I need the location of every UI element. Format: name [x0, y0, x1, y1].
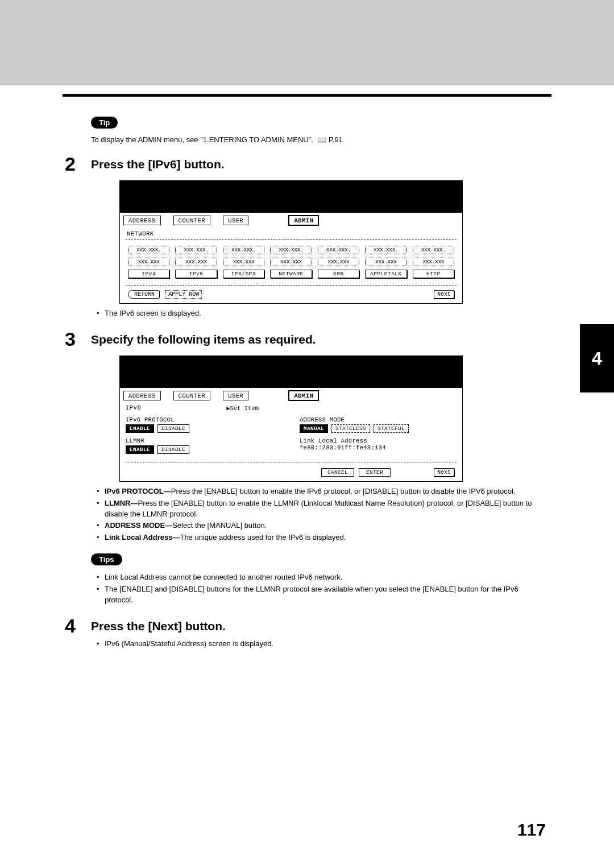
step4-result: IPv6 (Manual/Stateful Address) screen is…	[97, 639, 540, 650]
book-icon: 📖	[317, 135, 326, 144]
label-cell: XXX.XXX	[365, 258, 406, 266]
manual-button[interactable]: MANUAL	[300, 424, 328, 433]
tab-admin[interactable]: ADMIN	[288, 215, 319, 226]
appletalk-button[interactable]: APPLETALK	[365, 270, 406, 278]
llmnr-enable-button[interactable]: ENABLE	[126, 445, 154, 454]
label-cell: XXX.XXX.	[223, 246, 264, 254]
tab-user[interactable]: USER	[223, 216, 248, 225]
screen-network: ADDRESS COUNTER USER ADMIN NETWORK XXX.X…	[119, 180, 463, 304]
label-cell: XXX.XXX.	[365, 246, 406, 254]
label-cell: XXX.XXX.	[318, 246, 359, 254]
label-cell: XXX.XXX	[128, 258, 169, 266]
set-item-label: ▶Set Item	[226, 404, 259, 412]
chapter-tab: 4	[580, 324, 614, 392]
screen-titlebar	[120, 181, 462, 213]
tab-counter[interactable]: COUNTER	[173, 391, 211, 400]
next-button[interactable]: Next	[434, 290, 454, 299]
tip-text: To display the ADMIN menu, see "1.ENTERI…	[91, 135, 540, 144]
tab-address[interactable]: ADDRESS	[123, 216, 161, 225]
apply-now-button[interactable]: APPLY NOW	[165, 290, 202, 299]
llmnr-label: LLMNR	[126, 437, 283, 444]
ipv4-button[interactable]: IPv4	[128, 270, 169, 278]
breadcrumb-network: NETWORK	[127, 230, 457, 237]
screen-ipv6: ADDRESS COUNTER USER ADMIN IPv6 ▶Set Ite…	[119, 356, 463, 482]
section-rule	[63, 94, 551, 97]
netware-button[interactable]: NETWARE	[270, 270, 312, 278]
label-cell: XXX.XXX.	[270, 246, 312, 254]
step2-result: The IPv6 screen is displayed.	[97, 308, 540, 319]
step-title-3: Specify the following items as required.	[91, 329, 316, 347]
label-cell: XXX.XXX.	[413, 246, 454, 254]
enter-button[interactable]: ENTER	[359, 468, 391, 477]
label-cell: XXX.XXX.	[175, 246, 217, 254]
page-number: 117	[517, 820, 546, 840]
screen-titlebar	[120, 356, 462, 388]
header-gray-band	[0, 0, 614, 85]
desc-link-local: Link Local Address—The unique address us…	[97, 532, 540, 543]
tip-llmnr-buttons: The [ENABLE] and [DISABLE] buttons for t…	[97, 584, 540, 606]
ipv6-disable-button[interactable]: DISABLE	[157, 424, 189, 433]
label-cell: XXX.XXX	[413, 258, 454, 266]
step-number-4: 4	[65, 616, 91, 635]
cancel-button[interactable]: CANCEL	[321, 468, 354, 477]
desc-ipv6-protocol: IPv6 PROTOCOL—Press the [ENABLE] button …	[97, 486, 540, 497]
llmnr-disable-button[interactable]: DISABLE	[157, 445, 189, 454]
link-local-label: Link Local Address	[300, 437, 457, 444]
label-cell: XXX.XXX	[223, 258, 264, 266]
stateless-button[interactable]: STATELESS	[331, 424, 370, 433]
ipv6-enable-button[interactable]: ENABLE	[126, 424, 154, 433]
tip-page-ref: P.91	[329, 135, 343, 144]
step-number-2: 2	[65, 154, 91, 173]
tab-address[interactable]: ADDRESS	[123, 391, 161, 400]
label-cell: XXX.XXX.	[128, 246, 169, 254]
return-button[interactable]: RETURN	[128, 290, 160, 299]
ipxspx-button[interactable]: IPX/SPX	[223, 270, 264, 278]
tab-counter[interactable]: COUNTER	[173, 216, 211, 225]
ipv6-protocol-label: IPv6 PROTOCOL	[126, 416, 283, 423]
address-mode-label: ADDRESS MODE	[300, 416, 457, 423]
step-title-4: Press the [Next] button.	[91, 616, 226, 634]
label-cell: XXX.XXX	[270, 258, 312, 266]
link-local-value: fe80::280:91ff:fe43:134	[300, 444, 457, 451]
tip-badge: Tip	[91, 117, 118, 129]
breadcrumb-ipv6: IPv6	[126, 404, 141, 411]
tip-link-local: Link Local Address cannot be connected t…	[97, 572, 540, 583]
ipv6-button[interactable]: IPv6	[175, 270, 217, 278]
tip-text-body: To display the ADMIN menu, see "1.ENTERI…	[91, 135, 313, 144]
desc-llmnr: LLMNR—Press the [ENABLE] button to enabl…	[97, 498, 540, 520]
stateful-button[interactable]: STATEFUL	[374, 424, 409, 433]
desc-address-mode: ADDRESS MODE—Select the [MANUAL] button.	[97, 520, 540, 531]
next-button[interactable]: Next	[434, 468, 454, 477]
label-cell: XXX.XXX	[318, 258, 359, 266]
step-title-2: Press the [IPv6] button.	[91, 154, 225, 172]
step-number-3: 3	[65, 329, 91, 349]
http-button[interactable]: HTTP	[413, 270, 454, 278]
tips-badge: Tips	[91, 553, 122, 565]
tab-admin[interactable]: ADMIN	[288, 390, 319, 401]
tab-user[interactable]: USER	[223, 391, 248, 400]
smb-button[interactable]: SMB	[318, 270, 359, 278]
label-cell: XXX.XXX	[175, 258, 217, 266]
